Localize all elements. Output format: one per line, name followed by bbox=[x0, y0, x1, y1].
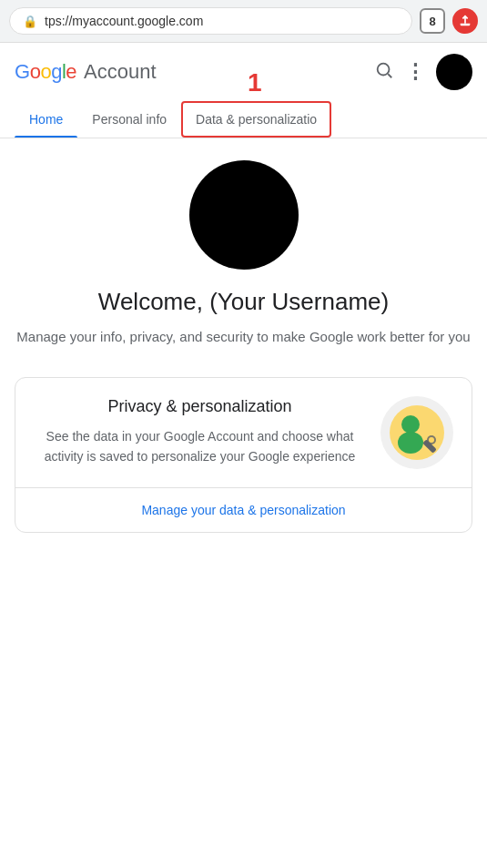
browser-bar: 🔒 tps://myaccount.google.com 8 bbox=[0, 0, 487, 43]
lock-icon: 🔒 bbox=[23, 15, 37, 28]
card-body: Privacy & personalization See the data i… bbox=[15, 378, 472, 487]
manage-data-link[interactable]: Manage your data & personalization bbox=[15, 487, 472, 532]
welcome-heading: Welcome, (Your Username) bbox=[15, 288, 472, 316]
tab-badge[interactable]: 8 bbox=[420, 8, 445, 34]
svg-point-8 bbox=[429, 437, 434, 443]
svg-point-4 bbox=[401, 415, 420, 434]
card-description: See the data in your Google Account and … bbox=[34, 426, 366, 467]
profile-avatar-large bbox=[189, 160, 299, 270]
header-title: Account bbox=[84, 60, 370, 84]
tab-personal-info[interactable]: Personal info bbox=[77, 101, 181, 138]
subtitle-text: Manage your info, privacy, and security … bbox=[15, 327, 472, 348]
address-text: tps://myaccount.google.com bbox=[45, 14, 203, 28]
tab-data-personalization[interactable]: Data & personalizatio bbox=[181, 101, 331, 138]
avatar[interactable] bbox=[436, 54, 472, 90]
svg-point-5 bbox=[398, 432, 423, 454]
step-number: 1 bbox=[248, 68, 262, 97]
main-content: Welcome, (Your Username) Manage your inf… bbox=[0, 138, 487, 569]
address-bar[interactable]: 🔒 tps://myaccount.google.com bbox=[9, 7, 412, 35]
card-content: Privacy & personalization See the data i… bbox=[34, 396, 366, 467]
privacy-card: Privacy & personalization See the data i… bbox=[15, 377, 472, 533]
search-button[interactable] bbox=[374, 60, 394, 85]
svg-point-1 bbox=[378, 63, 390, 75]
tab-home[interactable]: Home bbox=[15, 101, 77, 138]
privacy-illustration bbox=[380, 396, 453, 469]
card-title: Privacy & personalization bbox=[34, 396, 366, 417]
header-icons: ⋮ bbox=[374, 54, 472, 90]
upload-button[interactable] bbox=[452, 8, 478, 34]
page-header: Google Account 1 ⋮ bbox=[0, 43, 487, 101]
more-options-button[interactable]: ⋮ bbox=[405, 60, 425, 84]
svg-line-2 bbox=[388, 74, 391, 77]
navigation-tabs: Home Personal info Data & personalizatio bbox=[0, 101, 487, 138]
google-logo: Google bbox=[15, 60, 76, 84]
